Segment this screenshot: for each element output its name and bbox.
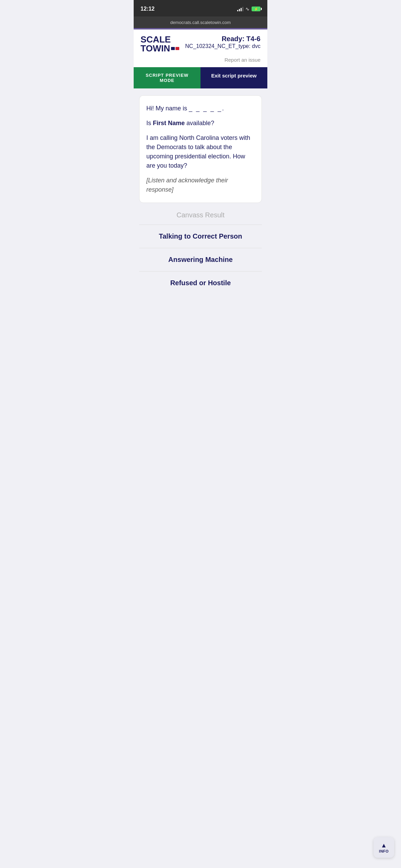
name-blank: _ _ _ _ _ <box>189 105 222 112</box>
campaign-text: NC_102324_NC_ET_type: dvc <box>183 43 260 50</box>
logo-scale-text: SCALE <box>141 35 179 44</box>
report-issue-link[interactable]: Report an issue <box>224 57 260 63</box>
logo-to-text: TO <box>141 44 153 53</box>
result-item-answering-machine[interactable]: Answering Machine <box>139 248 262 272</box>
logo-bottom: TO WIN <box>141 44 179 53</box>
url-text: democrats.call.scaletowin.com <box>170 20 231 25</box>
flag-red <box>175 47 179 50</box>
report-issue-container: Report an issue <box>134 56 267 67</box>
status-icons: ∿ ⚡ <box>237 6 260 12</box>
app-header: SCALE TO WIN Ready: T4-6 NC_102324_NC_ET… <box>134 29 267 56</box>
status-bar: 12:12 ∿ ⚡ <box>134 0 267 16</box>
result-item-talking-label: Talking to Correct Person <box>159 232 242 240</box>
script-line-3: I am calling North Carolina voters with … <box>146 133 255 170</box>
main-content: Hi! My name is _ _ _ _ _. Is First Name … <box>134 88 267 314</box>
script-preview-mode-label: SCRIPT PREVIEW MODE <box>134 67 200 88</box>
canvass-result-label: Canvass Result <box>139 211 262 219</box>
wifi-icon: ∿ <box>245 6 250 12</box>
battery-icon: ⚡ <box>252 7 260 11</box>
url-bar: democrats.call.scaletowin.com <box>134 16 267 28</box>
logo: SCALE TO WIN <box>141 35 179 53</box>
header-right: Ready: T4-6 NC_102324_NC_ET_type: dvc <box>179 35 260 50</box>
exit-script-preview-button[interactable]: Exit script preview <box>200 67 267 88</box>
logo-win-text: WIN <box>153 44 170 53</box>
logo-flags <box>171 47 179 50</box>
flag-blue <box>171 47 175 50</box>
status-time: 12:12 <box>141 6 155 12</box>
first-name-label: First Name <box>153 120 185 126</box>
script-line-2: Is First Name available? <box>146 119 255 128</box>
script-preview-bar: SCRIPT PREVIEW MODE Exit script preview <box>134 67 267 88</box>
script-card: Hi! My name is _ _ _ _ _. Is First Name … <box>139 95 262 203</box>
ready-text: Ready: T4-6 <box>183 35 260 43</box>
result-item-refused-label: Refused or Hostile <box>170 279 231 287</box>
result-item-refused[interactable]: Refused or Hostile <box>139 272 262 308</box>
result-item-answering-machine-label: Answering Machine <box>168 256 233 263</box>
script-line-4: [Listen and acknowledge their response] <box>146 176 255 194</box>
signal-icon <box>237 7 243 11</box>
script-line-1: Hi! My name is _ _ _ _ _. <box>146 104 255 113</box>
result-item-talking[interactable]: Talking to Correct Person <box>139 225 262 248</box>
